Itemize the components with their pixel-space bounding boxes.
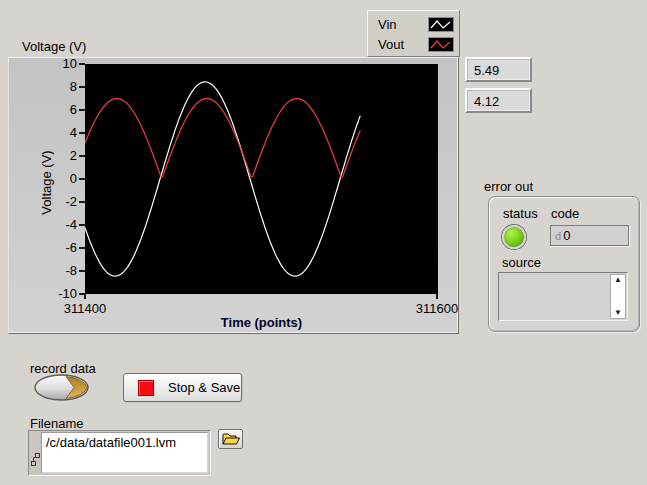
source-value xyxy=(501,274,609,319)
waveform-traces xyxy=(85,64,438,294)
legend-label-vin: Vin xyxy=(378,17,397,32)
status-led xyxy=(502,225,526,249)
legend-item-vin[interactable]: Vin xyxy=(378,14,454,34)
error-out-cluster: status code d 0 source ▲ ▼ xyxy=(488,196,640,332)
record-data-switch[interactable] xyxy=(33,374,90,401)
y-tick-label: 6 xyxy=(39,102,77,118)
source-label: source xyxy=(502,255,541,270)
path-type-icon[interactable] xyxy=(31,453,40,469)
y-tick-label: 0 xyxy=(39,171,77,187)
filename-input[interactable]: /c/data/datafile001.lvm xyxy=(41,432,208,473)
status-label: status xyxy=(503,206,538,221)
y-tick-mark xyxy=(79,201,85,203)
y-tick-mark xyxy=(79,155,85,157)
code-value: 0 xyxy=(563,228,570,243)
y-tick-label: 8 xyxy=(39,79,77,95)
y-tick-label: 2 xyxy=(39,148,77,164)
plot-area[interactable] xyxy=(85,64,438,294)
y-tick-label: -2 xyxy=(39,194,77,210)
code-label: code xyxy=(551,206,579,221)
plot-legend: Vin Vout xyxy=(367,10,460,57)
y-tick-label: -4 xyxy=(39,217,77,233)
x-tick-mark xyxy=(84,294,86,299)
y-tick-label: 4 xyxy=(39,125,77,141)
open-folder-icon xyxy=(222,433,240,445)
source-field: ▲ ▼ xyxy=(498,272,628,321)
vout-numeric-indicator: 4.12 xyxy=(465,88,532,113)
vin-numeric-indicator: 5.49 xyxy=(465,57,532,82)
waveform-chart: Voltage (V) Time (points) 1086420-2-4-6-… xyxy=(8,57,459,334)
y-tick-label: -8 xyxy=(39,263,77,279)
scroll-down-icon[interactable]: ▼ xyxy=(611,308,625,318)
x-tick-label: 311600 xyxy=(402,301,472,316)
y-tick-mark xyxy=(79,109,85,111)
radix-indicator: d xyxy=(555,230,561,242)
filename-label: Filename xyxy=(30,416,83,431)
source-scrollbar[interactable]: ▲ ▼ xyxy=(610,274,626,319)
stop-save-button[interactable]: Stop & Save xyxy=(123,373,242,402)
filename-path-control: /c/data/datafile001.lvm xyxy=(28,430,211,476)
x-tick-mark xyxy=(436,294,438,299)
vin-line-sample-icon[interactable] xyxy=(428,17,454,32)
labview-front-panel: { "window": { "bg": "#d7d4cf" }, "legend… xyxy=(0,0,647,485)
y-tick-mark xyxy=(79,132,85,134)
x-tick-label: 311400 xyxy=(50,301,120,316)
vout-line-sample-icon[interactable] xyxy=(428,37,454,52)
y-tick-mark xyxy=(79,224,85,226)
stop-save-label: Stop & Save xyxy=(168,380,240,395)
stop-square-icon xyxy=(138,380,154,396)
error-out-label: error out xyxy=(484,179,533,194)
x-axis-label: Time (points) xyxy=(125,315,398,330)
y-tick-label: -10 xyxy=(39,286,77,302)
browse-button[interactable] xyxy=(218,429,243,449)
y-tick-mark xyxy=(79,247,85,249)
chart-title: Voltage (V) xyxy=(22,39,86,54)
y-tick-mark xyxy=(79,270,85,272)
trace-vout xyxy=(85,99,360,177)
legend-item-vout[interactable]: Vout xyxy=(378,34,454,54)
y-tick-mark xyxy=(79,178,85,180)
vout-value: 4.12 xyxy=(467,90,530,111)
legend-label-vout: Vout xyxy=(378,37,404,52)
y-tick-mark xyxy=(79,86,85,88)
code-field: d 0 xyxy=(550,225,629,246)
y-tick-mark xyxy=(79,63,85,65)
vin-value: 5.49 xyxy=(467,59,530,80)
y-tick-label: -6 xyxy=(39,240,77,256)
y-tick-label: 10 xyxy=(39,56,77,72)
scroll-up-icon[interactable]: ▲ xyxy=(611,275,625,285)
